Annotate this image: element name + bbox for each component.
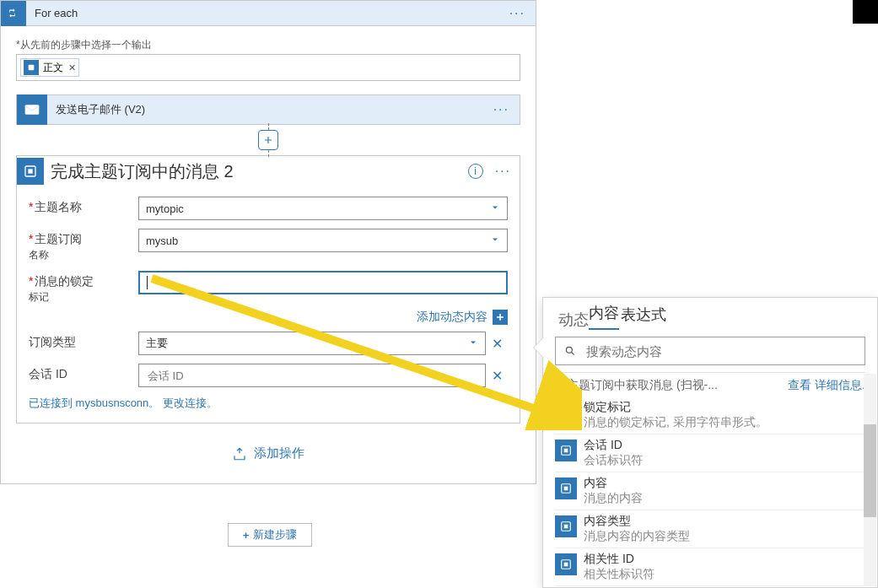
add-dynamic-button[interactable]: ＋	[493, 310, 508, 325]
topic-select[interactable]: mytopic	[138, 197, 508, 220]
item-desc: 消息内容的内容类型	[584, 529, 690, 544]
new-step-button[interactable]: + 新建步骤	[228, 523, 312, 547]
locktoken-input[interactable]	[138, 271, 508, 294]
add-action-label: 添加操作	[254, 445, 304, 461]
chevron-down-icon	[490, 235, 500, 247]
row-locktoken: *消息的锁定标记	[29, 271, 508, 305]
subscription-select[interactable]: mysub	[138, 229, 508, 252]
item-title: 会话 ID	[584, 438, 643, 453]
servicebus-icon	[555, 515, 577, 537]
item-title: 内容	[584, 476, 643, 491]
insert-step-button[interactable]	[258, 130, 278, 150]
subtype-value: 主要	[146, 336, 168, 351]
servicebus-icon	[17, 158, 44, 185]
foreach-title: For each	[26, 7, 499, 19]
flyout-item[interactable]: 内容消息的内容	[555, 476, 865, 510]
clear-session-icon[interactable]: ✕	[486, 368, 508, 384]
flyout-tabs: 动态 动态内容内容 表达式	[543, 298, 877, 330]
flyout-scrollbar[interactable]	[864, 374, 876, 586]
chevron-down-icon	[490, 202, 500, 215]
row-subtype: 订阅类型 主要 ✕	[29, 332, 508, 355]
lock-label-1: 消息的锁定	[35, 274, 94, 288]
outlook-icon	[17, 94, 47, 125]
svg-rect-0	[29, 65, 35, 71]
topic-label: 主题名称	[35, 200, 82, 213]
section-title: 从主题订阅中获取消息 (扫视-...	[555, 378, 718, 393]
svg-rect-1	[25, 105, 40, 115]
add-action-link[interactable]: 添加操作	[16, 445, 520, 461]
card-header[interactable]: 完成主题订阅中的消息 2 i ···	[17, 156, 520, 186]
flyout-item[interactable]: 内容类型消息内容的内容类型	[555, 514, 865, 548]
clear-subtype-icon[interactable]: ✕	[486, 336, 508, 352]
send-email-step[interactable]: 发送电子邮件 (V2) ···	[16, 94, 520, 125]
svg-rect-6	[564, 411, 568, 415]
token-remove-icon[interactable]: ✕	[68, 62, 76, 73]
item-desc: 相关性标识符	[584, 567, 654, 582]
foreach-container: For each ··· *从先前的步骤中选择一个输出 正文 ✕ 发送电子邮件 …	[0, 0, 536, 484]
change-connection-link[interactable]: 更改连接。	[163, 396, 218, 409]
send-email-title: 发送电子邮件 (V2)	[47, 102, 483, 117]
tab-dynamic-prefix: 动态	[558, 310, 589, 330]
tab-expression[interactable]: 表达式	[621, 305, 666, 330]
sub-label-1: 主题订阅	[35, 232, 82, 245]
info-icon[interactable]: i	[468, 164, 483, 179]
scrollbar-thumb[interactable]	[864, 424, 876, 517]
output-selector[interactable]: 正文 ✕	[16, 54, 520, 81]
flyout-search[interactable]	[555, 337, 865, 365]
servicebus-icon	[555, 402, 577, 423]
add-dynamic-link[interactable]: 添加动态内容	[417, 310, 487, 325]
send-email-menu-button[interactable]: ···	[483, 102, 520, 117]
subtype-select[interactable]: 主要	[138, 332, 486, 355]
row-session: 会话 ID ✕	[29, 364, 508, 387]
new-step-label: 新建步骤	[253, 527, 297, 542]
add-dynamic-row: 添加动态内容 ＋	[138, 310, 508, 325]
search-icon	[564, 345, 576, 357]
row-subscription: *主题订阅名称 mysub	[29, 229, 508, 262]
chevron-down-icon	[468, 337, 478, 350]
servicebus-icon	[555, 477, 577, 499]
servicebus-icon	[555, 440, 577, 461]
foreach-body: *从先前的步骤中选择一个输出 正文 ✕ 发送电子邮件 (V2) ··· 完成主题…	[1, 26, 536, 483]
item-desc: 消息的内容	[584, 491, 643, 506]
topic-value: mytopic	[146, 202, 184, 215]
conn-text: 已连接到 mysbusnsconn。	[29, 396, 159, 409]
body-token[interactable]: 正文 ✕	[20, 58, 79, 77]
svg-rect-8	[564, 449, 568, 453]
svg-rect-3	[28, 169, 32, 173]
connection-row: 已连接到 mysbusnsconn。 更改连接。	[29, 396, 508, 411]
session-input[interactable]	[146, 369, 478, 383]
flyout-section-header: 从主题订阅中获取消息 (扫视-... 查看 详细信息.	[555, 372, 865, 393]
token-icon	[24, 60, 39, 75]
svg-rect-12	[564, 525, 568, 529]
flyout-item-list: 锁定标记消息的锁定标记, 采用字符串形式。会话 ID会话标识符内容消息的内容内容…	[543, 396, 877, 588]
tab-dynamic[interactable]: 动态内容内容	[589, 303, 619, 330]
svg-rect-14	[564, 563, 568, 567]
output-hint: *从先前的步骤中选择一个输出	[16, 38, 520, 52]
card-menu-button[interactable]: ···	[492, 164, 514, 179]
item-title: 内容类型	[584, 514, 690, 529]
right-panel-handle[interactable]	[853, 0, 878, 24]
lock-label-2: 标记	[29, 291, 49, 303]
item-desc: 消息的锁定标记, 采用字符串形式。	[584, 415, 768, 430]
subtype-label: 订阅类型	[29, 335, 76, 348]
session-input-wrap[interactable]	[138, 364, 486, 387]
flyout-item[interactable]: 会话 ID会话标识符	[555, 438, 865, 472]
item-title: 锁定标记	[584, 400, 768, 415]
plus-icon: +	[243, 529, 250, 542]
item-desc: 会话标识符	[584, 453, 643, 468]
svg-point-4	[566, 347, 572, 353]
dynamic-content-flyout: 动态 动态内容内容 表达式 从主题订阅中获取消息 (扫视-... 查看 详细信息…	[542, 297, 878, 588]
loop-icon	[1, 1, 26, 26]
locktoken-field[interactable]	[148, 276, 500, 290]
complete-message-card: 完成主题订阅中的消息 2 i ··· *主题名称 mytopic *主题订阅名称	[16, 155, 520, 423]
card-title: 完成主题订阅中的消息 2	[51, 160, 468, 183]
flyout-item[interactable]: 相关性 ID相关性标识符	[555, 552, 865, 586]
foreach-header[interactable]: For each ···	[1, 1, 536, 26]
foreach-menu-button[interactable]: ···	[499, 6, 536, 21]
flyout-item[interactable]: 锁定标记消息的锁定标记, 采用字符串形式。	[555, 400, 865, 434]
token-label: 正文	[43, 61, 63, 75]
flyout-search-input[interactable]	[584, 343, 856, 359]
section-more-link[interactable]: 查看 详细信息.	[788, 378, 865, 393]
servicebus-icon	[555, 553, 577, 575]
session-label: 会话 ID	[29, 367, 67, 380]
